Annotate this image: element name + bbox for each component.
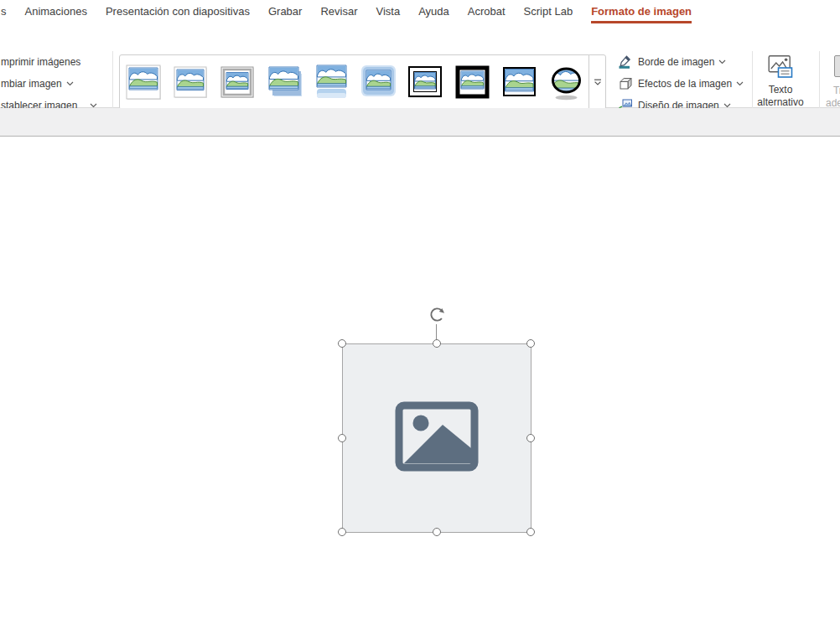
alt-text-label-line1: Texto <box>769 84 793 96</box>
style-thumb-soft-edge-glow[interactable] <box>360 63 397 102</box>
change-picture-button[interactable]: mbiar imagen <box>1 76 74 91</box>
gallery-more-icon <box>594 76 602 89</box>
bring-forward-label-line2: adelante <box>826 97 840 109</box>
style-thumb-simple-frame-black[interactable] <box>500 63 538 102</box>
gallery-more-button[interactable] <box>589 54 606 110</box>
ribbon: mprimir imágenesmbiar imagenstablecer im… <box>0 23 840 108</box>
style-thumb-double-frame-black[interactable] <box>407 63 444 102</box>
selection-handle-se[interactable] <box>526 528 535 536</box>
picture-border-button[interactable]: Borde de imagen <box>618 54 726 70</box>
picture-border-icon <box>618 54 633 70</box>
style-thumb-reflected-rounded-rectangle[interactable] <box>313 63 350 102</box>
selection-handle-e[interactable] <box>526 434 535 442</box>
command-label: Borde de imagen <box>638 56 714 68</box>
selection-handle-nw[interactable] <box>338 339 346 348</box>
style-thumb-shadow-rectangle[interactable] <box>266 63 303 102</box>
chevron-down-icon <box>718 59 726 65</box>
selection-handle-sw[interactable] <box>338 528 346 536</box>
bring-forward-label-line1: Traer <box>833 85 840 96</box>
tab-grabar[interactable]: Grabar <box>268 0 302 23</box>
rotate-handle-icon[interactable] <box>428 306 446 327</box>
picture-effects-button[interactable]: Efectos de la imagen <box>618 76 744 91</box>
alt-text-label-line2: alternativo <box>757 96 803 109</box>
chevron-down-icon <box>66 81 74 86</box>
tab-animaciones[interactable]: Animaciones <box>25 0 87 23</box>
picture-effects-icon <box>618 76 633 91</box>
powerpoint-window: sAnimacionesPresentación con diapositiva… <box>0 0 840 635</box>
tab-script-lab[interactable]: Script Lab <box>524 0 573 23</box>
style-thumb-bevel-oval-black[interactable] <box>547 63 585 102</box>
style-thumb-simple-frame-white[interactable] <box>125 63 163 102</box>
tab-formato-de-imagen[interactable]: Formato de imagen <box>591 0 692 23</box>
selection-handle-w[interactable] <box>338 434 346 442</box>
tab-presentacion-con-diapositivas[interactable]: Presentación con diapositivas <box>106 0 250 23</box>
selection-handle-s[interactable] <box>433 528 441 536</box>
workspace-band <box>0 108 840 137</box>
picture-placeholder-icon <box>395 401 479 475</box>
style-thumb-metal-frame[interactable] <box>219 63 257 102</box>
command-label: mprimir imágenes <box>1 56 80 68</box>
bring-forward-icon <box>834 55 840 77</box>
selection-handle-ne[interactable] <box>526 339 535 348</box>
style-thumb-simple-frame-white-small[interactable] <box>172 63 210 102</box>
tab-acrobat[interactable]: Acrobat <box>468 0 506 23</box>
alt-text-icon <box>768 54 794 82</box>
selection-handle-n[interactable] <box>433 339 441 348</box>
tab-revisar[interactable]: Revisar <box>320 0 357 23</box>
picture-styles-gallery <box>119 54 589 110</box>
compress-pictures-button[interactable]: mprimir imágenes <box>1 54 80 70</box>
tab-partial[interactable]: s <box>1 0 7 23</box>
chevron-down-icon <box>736 81 744 86</box>
image-placeholder[interactable] <box>342 343 531 533</box>
tab-vista[interactable]: Vista <box>376 0 400 23</box>
style-thumb-thick-frame-black[interactable] <box>454 63 491 102</box>
ribbon-tab-bar: sAnimacionesPresentación con diapositiva… <box>0 0 840 23</box>
command-label: Efectos de la imagen <box>638 78 732 90</box>
tab-ayuda[interactable]: Ayuda <box>418 0 449 23</box>
command-label: mbiar imagen <box>1 78 62 90</box>
